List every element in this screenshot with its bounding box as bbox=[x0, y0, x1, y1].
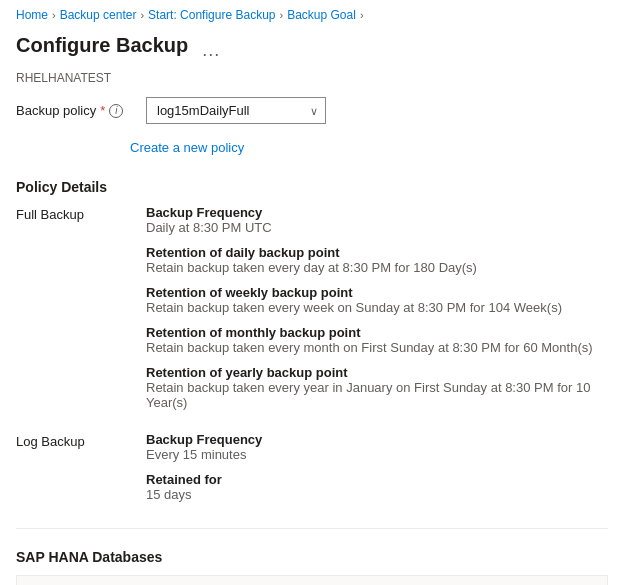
databases-section-title: SAP HANA Databases bbox=[0, 541, 624, 575]
daily-retention-block: Retention of daily backup point Retain b… bbox=[146, 245, 608, 275]
breadcrumb-configure-backup[interactable]: Start: Configure Backup bbox=[148, 8, 275, 22]
full-backup-frequency-title: Backup Frequency bbox=[146, 205, 608, 220]
policy-select-wrapper: log15mDailyFull ∨ bbox=[146, 97, 326, 124]
log-backup-row: Log Backup Backup Frequency Every 15 min… bbox=[16, 432, 608, 512]
yearly-retention-block: Retention of yearly backup point Retain … bbox=[146, 365, 608, 410]
page-subtitle: RHELHANATEST bbox=[0, 71, 624, 97]
weekly-retention-value: Retain backup taken every week on Sunday… bbox=[146, 300, 608, 315]
policy-details-section: Full Backup Backup Frequency Daily at 8:… bbox=[0, 205, 624, 512]
full-backup-content: Backup Frequency Daily at 8:30 PM UTC Re… bbox=[146, 205, 608, 420]
breadcrumb-sep-2: › bbox=[140, 9, 144, 21]
weekly-retention-block: Retention of weekly backup point Retain … bbox=[146, 285, 608, 315]
breadcrumb-backup-goal[interactable]: Backup Goal bbox=[287, 8, 356, 22]
databases-section: Database Instance r75hanadb01\HN1 NW1 r7… bbox=[0, 575, 624, 585]
yearly-retention-title: Retention of yearly backup point bbox=[146, 365, 608, 380]
log-backup-label: Log Backup bbox=[16, 432, 146, 449]
log-retained-block: Retained for 15 days bbox=[146, 472, 608, 502]
breadcrumb-sep-3: › bbox=[279, 9, 283, 21]
databases-table: Database Instance r75hanadb01\HN1 NW1 r7… bbox=[16, 575, 608, 585]
log-retained-title: Retained for bbox=[146, 472, 608, 487]
backup-policy-row: Backup policy * i log15mDailyFull ∨ bbox=[16, 97, 608, 124]
required-marker: * bbox=[100, 103, 105, 118]
table-header-row: Database Instance bbox=[17, 576, 608, 586]
full-backup-row: Full Backup Backup Frequency Daily at 8:… bbox=[16, 205, 608, 420]
info-icon[interactable]: i bbox=[109, 104, 123, 118]
page-header: Configure Backup ... bbox=[0, 30, 624, 71]
daily-retention-value: Retain backup taken every day at 8:30 PM… bbox=[146, 260, 608, 275]
log-frequency-value: Every 15 minutes bbox=[146, 447, 608, 462]
monthly-retention-value: Retain backup taken every month on First… bbox=[146, 340, 608, 355]
daily-retention-title: Retention of daily backup point bbox=[146, 245, 608, 260]
log-retained-value: 15 days bbox=[146, 487, 608, 502]
breadcrumb-home[interactable]: Home bbox=[16, 8, 48, 22]
full-backup-frequency-value: Daily at 8:30 PM UTC bbox=[146, 220, 608, 235]
column-header-database: Database bbox=[17, 576, 313, 586]
monthly-retention-title: Retention of monthly backup point bbox=[146, 325, 608, 340]
monthly-retention-block: Retention of monthly backup point Retain… bbox=[146, 325, 608, 355]
policy-details-title: Policy Details bbox=[0, 171, 624, 205]
breadcrumb-sep-4: › bbox=[360, 9, 364, 21]
full-backup-label: Full Backup bbox=[16, 205, 146, 222]
full-backup-frequency-block: Backup Frequency Daily at 8:30 PM UTC bbox=[146, 205, 608, 235]
breadcrumb-backup-center[interactable]: Backup center bbox=[60, 8, 137, 22]
breadcrumb-sep-1: › bbox=[52, 9, 56, 21]
yearly-retention-value: Retain backup taken every year in Januar… bbox=[146, 380, 608, 410]
backup-policy-section: Backup policy * i log15mDailyFull ∨ bbox=[0, 97, 624, 140]
backup-policy-label: Backup policy * i bbox=[16, 97, 146, 118]
backup-policy-label-text: Backup policy bbox=[16, 103, 96, 118]
log-frequency-block: Backup Frequency Every 15 minutes bbox=[146, 432, 608, 462]
more-options-button[interactable]: ... bbox=[196, 38, 226, 63]
column-header-instance: Instance bbox=[312, 576, 608, 586]
log-frequency-title: Backup Frequency bbox=[146, 432, 608, 447]
log-backup-content: Backup Frequency Every 15 minutes Retain… bbox=[146, 432, 608, 512]
section-divider bbox=[16, 528, 608, 529]
page-title: Configure Backup bbox=[16, 34, 188, 57]
create-new-policy-link[interactable]: Create a new policy bbox=[130, 140, 624, 155]
breadcrumb: Home › Backup center › Start: Configure … bbox=[0, 0, 624, 30]
weekly-retention-title: Retention of weekly backup point bbox=[146, 285, 608, 300]
policy-select[interactable]: log15mDailyFull bbox=[146, 97, 326, 124]
